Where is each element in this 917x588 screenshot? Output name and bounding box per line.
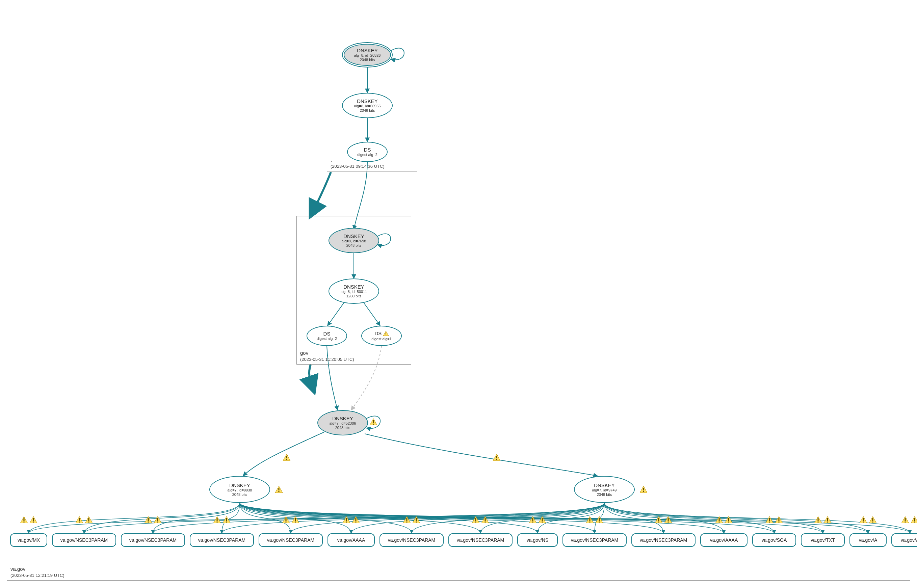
node-va-zsk1-title: DNSKEY — [229, 482, 250, 488]
rrset-label: va.gov/AAAA — [710, 537, 738, 543]
warning-icon — [911, 517, 917, 523]
node-gov-ds1-alg: digest alg=1 — [371, 337, 391, 341]
svg-rect-0 — [386, 333, 386, 334]
rrset-node: va.gov/A — [849, 533, 886, 547]
node-gov-ksk-alg: alg=8, id=7698 — [342, 239, 366, 243]
zone-vagov-time: (2023-05-31 12:21:19 UTC) — [10, 573, 65, 578]
node-va-zsk1-alg: alg=7, id=9930 — [228, 488, 252, 493]
node-va-ksk-title: DNSKEY — [332, 415, 353, 421]
zone-gov-time: (2023-05-31 11:20:05 UTC) — [300, 357, 354, 362]
zone-gov-label: gov (2023-05-31 11:20:05 UTC) — [300, 350, 354, 362]
zone-vagov: va.gov (2023-05-31 12:21:19 UTC) — [7, 395, 910, 581]
node-va-ksk-bits: 2048 bits — [335, 426, 351, 430]
rrset-label: va.gov/NSEC3PARAM — [60, 537, 108, 543]
node-va-zsk2-alg: alg=7, id=9749 — [592, 488, 617, 493]
rrset-label: va.gov/NSEC3PARAM — [457, 537, 505, 543]
rrset-label: va.gov/NSEC3PARAM — [198, 537, 246, 543]
node-gov-zsk-title: DNSKEY — [343, 284, 364, 290]
node-gov-ds1-title-text: DS — [374, 330, 382, 336]
rrset-node: va.gov/TXT — [801, 533, 845, 547]
node-gov-ds2-alg: digest alg=2 — [317, 336, 337, 341]
rrset-node: va.gov/NSEC3PARAM — [259, 533, 323, 547]
svg-rect-74 — [914, 518, 915, 521]
node-va-zsk1: DNSKEY alg=7, id=9930 2048 bits — [209, 476, 270, 503]
rrset-node: va.gov/NSEC3PARAM — [631, 533, 695, 547]
rrset-node: va.gov/NSEC3PARAM — [380, 533, 444, 547]
rrset-label: va.gov/NSEC3PARAM — [129, 537, 177, 543]
node-root-zsk-alg: alg=8, id=60955 — [354, 104, 381, 108]
rrset-label: va.gov/A — [859, 537, 877, 543]
zone-root-name: . — [330, 157, 332, 163]
zone-gov-name: gov — [300, 350, 308, 356]
node-gov-ds2-title: DS — [323, 331, 330, 336]
node-gov-zsk-bits: 1280 bits — [346, 294, 362, 298]
node-va-zsk2: DNSKEY alg=7, id=9749 2048 bits — [574, 476, 635, 503]
rrset-node: va.gov/SOA — [752, 533, 796, 547]
rrset-node: va.gov/AAAA — [700, 533, 747, 547]
node-root-zsk-bits: 2048 bits — [360, 108, 375, 113]
node-gov-ksk: DNSKEY alg=8, id=7698 2048 bits — [328, 228, 379, 253]
rrset-node: va.gov/NSEC3PARAM — [190, 533, 254, 547]
node-va-zsk1-bits: 2048 bits — [232, 493, 247, 497]
node-root-ds: DS digest alg=2 — [347, 142, 388, 162]
node-va-zsk2-title: DNSKEY — [594, 482, 615, 488]
zone-vagov-name: va.gov — [10, 566, 25, 572]
rrset-node: va.gov/NSEC3PARAM — [563, 533, 627, 547]
node-gov-ds1: DS digest alg=1 — [361, 326, 402, 346]
node-root-zsk: DNSKEY alg=8, id=60955 2048 bits — [342, 93, 393, 118]
zone-root-time: (2023-05-31 09:14:36 UTC) — [330, 164, 385, 169]
node-root-ksk-title: DNSKEY — [357, 48, 378, 53]
rrset-node: va.gov/NSEC3PARAM — [448, 533, 513, 547]
node-gov-ksk-bits: 2048 bits — [346, 243, 362, 248]
rrset-label: va.gov/SOA — [762, 537, 787, 543]
node-root-ksk-bits: 2048 bits — [360, 58, 375, 62]
svg-rect-1 — [386, 334, 386, 335]
rrset-label: va.gov/NSEC3PARAM — [640, 537, 687, 543]
rrset-label: va.gov/NSEC3PARAM — [267, 537, 315, 543]
node-va-ksk-alg: alg=7, id=52306 — [330, 421, 356, 426]
node-root-ds-title: DS — [364, 147, 371, 153]
rrset-node: va.gov/MX — [10, 533, 47, 547]
rrset-label: va.gov/NSEC3PARAM — [571, 537, 619, 543]
rrset-node: va.gov/A — [891, 533, 917, 547]
rrset-label: va.gov/TXT — [811, 537, 835, 543]
rrset-label: va.gov/A — [901, 537, 917, 543]
diagram-canvas: . (2023-05-31 09:14:36 UTC) gov (2023-05… — [0, 0, 917, 588]
node-root-ksk-alg: alg=8, id=20326 — [354, 53, 381, 58]
rrset-node: va.gov/AAAA — [328, 533, 375, 547]
rrset-node: va.gov/NS — [517, 533, 558, 547]
node-gov-zsk-alg: alg=8, id=50011 — [341, 290, 367, 294]
node-gov-zsk: DNSKEY alg=8, id=50011 1280 bits — [328, 278, 379, 304]
node-gov-ksk-title: DNSKEY — [343, 233, 364, 239]
svg-rect-75 — [914, 522, 915, 522]
zone-vagov-label: va.gov (2023-05-31 12:21:19 UTC) — [10, 566, 65, 578]
rrset-label: va.gov/NSEC3PARAM — [388, 537, 435, 543]
node-root-ds-alg: digest alg=2 — [357, 153, 377, 157]
node-gov-ds2: DS digest alg=2 — [307, 326, 347, 346]
rrset-label: va.gov/AAAA — [337, 537, 366, 543]
rrset-label: va.gov/MX — [18, 537, 40, 543]
warning-icon — [383, 331, 389, 337]
node-root-zsk-title: DNSKEY — [357, 98, 378, 104]
rrset-node: va.gov/NSEC3PARAM — [52, 533, 116, 547]
node-gov-ds1-title: DS — [374, 330, 388, 337]
node-root-ksk: DNSKEY alg=8, id=20326 2048 bits — [342, 42, 393, 68]
rrset-node: va.gov/NSEC3PARAM — [121, 533, 185, 547]
rrset-label: va.gov/NS — [527, 537, 549, 543]
node-va-zsk2-bits: 2048 bits — [597, 493, 612, 497]
node-va-ksk: DNSKEY alg=7, id=52306 2048 bits — [317, 410, 368, 435]
